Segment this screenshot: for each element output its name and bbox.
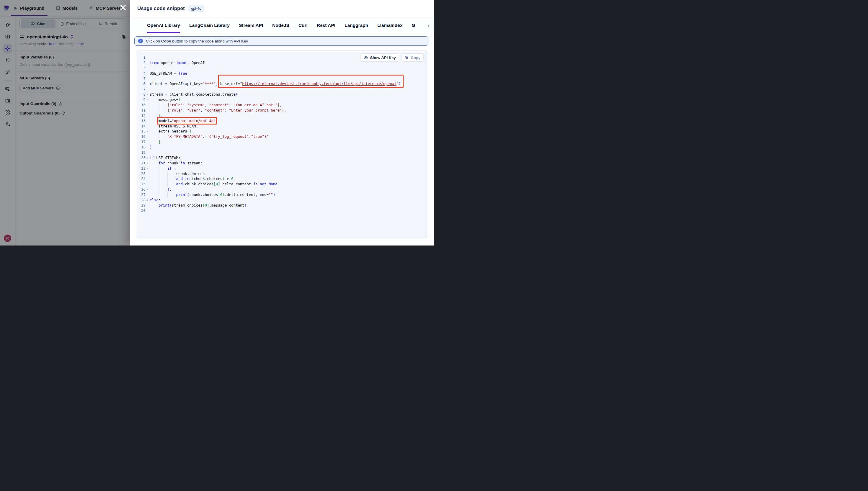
fold-gutter bbox=[145, 103, 150, 108]
info-icon: i bbox=[138, 39, 143, 44]
code-content: ): bbox=[150, 187, 172, 192]
code-line: 8∨stream = client.chat.completions.creat… bbox=[138, 92, 428, 97]
fold-gutter bbox=[145, 60, 150, 65]
fold-gutter bbox=[145, 208, 150, 213]
modal-tab-langgraph[interactable]: Langgraph bbox=[344, 18, 368, 33]
indent-guide bbox=[150, 134, 159, 139]
modal-tab-rest-api[interactable]: Rest API bbox=[317, 18, 335, 33]
code-line: 19 bbox=[138, 150, 428, 155]
indent-guide bbox=[150, 139, 159, 145]
line-number: 19 bbox=[138, 150, 145, 155]
code-line: 10{"role": "system", "content": "You are… bbox=[138, 103, 428, 108]
indent-guide bbox=[167, 176, 176, 181]
fold-gutter bbox=[145, 171, 150, 176]
line-number: 3 bbox=[138, 65, 145, 71]
indent-guide bbox=[159, 108, 167, 113]
line-number: 22 bbox=[138, 166, 145, 171]
fold-gutter bbox=[145, 71, 150, 76]
modal-title: Usage code snippet bbox=[137, 6, 185, 11]
copy-code-button[interactable]: Copy bbox=[401, 53, 424, 62]
indent-guide bbox=[150, 124, 159, 129]
line-number: 5 bbox=[138, 76, 145, 82]
code-content: if ( bbox=[150, 166, 176, 171]
indent-guide bbox=[159, 171, 167, 176]
fold-gutter bbox=[145, 139, 150, 145]
close-icon bbox=[120, 4, 127, 11]
line-number: 26 bbox=[138, 187, 145, 192]
modal-tab-g[interactable]: G bbox=[412, 18, 415, 33]
line-number: 21 bbox=[138, 161, 145, 166]
fold-toggle-icon[interactable]: ∨ bbox=[145, 92, 150, 97]
fold-gutter bbox=[145, 81, 150, 86]
line-number: 25 bbox=[138, 181, 145, 187]
line-number: 17 bbox=[138, 139, 145, 145]
line-number: 16 bbox=[138, 134, 145, 139]
code-line: 22∨if ( bbox=[138, 166, 428, 171]
indent-guide bbox=[159, 181, 167, 187]
code-line: 16"X-TFY-METADATA": '{"tfy_log_request":… bbox=[138, 134, 428, 139]
code-line: 23chunk.choices bbox=[138, 171, 428, 176]
modal-tab-langchain-library[interactable]: LangChain Library bbox=[189, 18, 230, 33]
modal-tab-llamaindex[interactable]: LlamaIndex bbox=[377, 18, 402, 33]
info-banner: i Click on Copy button to copy the code … bbox=[134, 36, 428, 46]
indent-guide bbox=[167, 171, 176, 176]
line-number: 9 bbox=[138, 97, 145, 103]
fold-gutter bbox=[145, 108, 150, 113]
indent-guide bbox=[159, 103, 167, 108]
indent-guide bbox=[150, 161, 159, 166]
close-modal-button[interactable] bbox=[119, 4, 127, 11]
code-line: 7 bbox=[138, 86, 428, 92]
fold-toggle-icon[interactable]: ∨ bbox=[145, 161, 150, 166]
line-number: 23 bbox=[138, 171, 145, 176]
line-number: 29 bbox=[138, 203, 145, 208]
indent-guide bbox=[150, 176, 159, 181]
code-line: 24and len(chunk.choices) > 0 bbox=[138, 176, 428, 181]
eye-icon bbox=[363, 56, 368, 60]
code-line: 14stream=USE_STREAM, bbox=[138, 124, 428, 129]
code-editor: 12from openai import OpenAI34USE_STREAM … bbox=[136, 51, 428, 213]
modal-tab-curl[interactable]: Curl bbox=[299, 18, 308, 33]
code-line: 9∨messages=[ bbox=[138, 97, 428, 103]
fold-toggle-icon[interactable]: ∨ bbox=[145, 155, 150, 161]
show-api-key-button[interactable]: Show API Key bbox=[360, 53, 399, 62]
fold-toggle-icon[interactable]: ∨ bbox=[145, 187, 150, 192]
fold-toggle-icon[interactable]: ∨ bbox=[145, 97, 150, 103]
line-number: 10 bbox=[138, 103, 145, 108]
code-line: 12], bbox=[138, 113, 428, 118]
code-content: and len(chunk.choices) > 0 bbox=[150, 176, 233, 181]
code-content: if USE_STREAM: bbox=[150, 155, 180, 161]
code-line: 3 bbox=[138, 65, 428, 71]
line-number: 7 bbox=[138, 86, 145, 92]
copy-label: Copy bbox=[411, 55, 421, 60]
modal-tab-openai-library[interactable]: OpenAI Library bbox=[147, 18, 180, 33]
modal-tab-nodejs[interactable]: NodeJS bbox=[272, 18, 289, 33]
modal-backdrop[interactable] bbox=[0, 0, 130, 246]
fold-gutter bbox=[145, 55, 150, 60]
line-number: 27 bbox=[138, 192, 145, 197]
fold-gutter bbox=[145, 134, 150, 139]
fold-gutter bbox=[145, 176, 150, 181]
code-content: USE_STREAM = True bbox=[150, 71, 187, 76]
code-content: from openai import OpenAI bbox=[150, 60, 205, 65]
tabs-scroll-right-button[interactable]: › bbox=[424, 18, 431, 33]
indent-guide bbox=[150, 97, 159, 103]
fold-gutter bbox=[145, 203, 150, 208]
indent-guide bbox=[159, 187, 167, 192]
fold-toggle-icon[interactable]: ∨ bbox=[145, 129, 150, 134]
line-number: 2 bbox=[138, 60, 145, 65]
code-content: stream=USE_STREAM, bbox=[150, 124, 198, 129]
line-number: 12 bbox=[138, 113, 145, 118]
copy-icon bbox=[404, 55, 409, 60]
line-number: 28 bbox=[138, 197, 145, 203]
line-number: 14 bbox=[138, 124, 145, 129]
line-number: 6 bbox=[138, 81, 145, 86]
fold-toggle-icon[interactable]: ∨ bbox=[145, 197, 150, 203]
code-scrollbar[interactable] bbox=[425, 51, 428, 238]
fold-toggle-icon[interactable]: ∨ bbox=[145, 166, 150, 171]
line-number: 8 bbox=[138, 92, 145, 97]
code-line: 13model="openai-main/gpt-4o", bbox=[138, 118, 428, 124]
modal-tab-stream-api[interactable]: Stream API bbox=[239, 18, 263, 33]
code-content: messages=[ bbox=[150, 97, 180, 103]
fold-gutter bbox=[145, 181, 150, 187]
line-number: 30 bbox=[138, 208, 145, 213]
